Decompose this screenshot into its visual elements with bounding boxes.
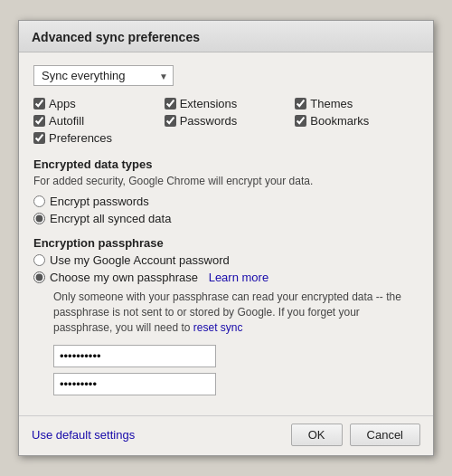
radio-encrypt-passwords[interactable]: Encrypt passwords — [33, 195, 419, 208]
radio-own-passphrase[interactable] — [33, 271, 45, 283]
password-inputs-container — [53, 345, 419, 395]
checkbox-autofill[interactable]: Autofill — [33, 114, 157, 128]
sync-select-wrapper[interactable]: Sync everything Choose what to sync ▼ — [33, 65, 174, 86]
passphrase-input[interactable] — [53, 345, 216, 367]
sync-items-grid: Apps Extensions Themes Autofill Password… — [33, 97, 419, 145]
cancel-button[interactable]: Cancel — [350, 424, 420, 446]
passphrase-section-title: Encryption passphrase — [33, 236, 419, 250]
encrypted-data-section: Encrypted data types For added security,… — [33, 157, 419, 225]
checkbox-passwords[interactable]: Passwords — [165, 114, 288, 128]
use-default-settings-link[interactable]: Use default settings — [32, 428, 135, 442]
passphrase-section: Encryption passphrase Use my Google Acco… — [33, 236, 419, 395]
dialog-footer: Use default settings OK Cancel — [19, 415, 433, 455]
learn-more-link[interactable]: Learn more — [209, 271, 268, 284]
reset-sync-link[interactable]: reset sync — [193, 321, 243, 334]
dialog-body: Sync everything Choose what to sync ▼ Ap… — [19, 52, 433, 414]
dialog-title: Advanced sync preferences — [19, 21, 433, 52]
passphrase-note: Only someone with your passphrase can re… — [53, 290, 419, 335]
footer-left: Use default settings — [32, 428, 135, 442]
footer-right: OK Cancel — [291, 424, 420, 446]
checkbox-apps[interactable]: Apps — [33, 97, 157, 110]
passphrase-confirm-input[interactable] — [53, 373, 216, 395]
radio-google-password[interactable]: Use my Google Account password — [33, 253, 419, 267]
sync-select[interactable]: Sync everything Choose what to sync — [33, 65, 174, 86]
radio-own-passphrase-row: Choose my own passphrase Learn more — [33, 271, 419, 284]
checkbox-bookmarks[interactable]: Bookmarks — [295, 114, 419, 128]
advanced-sync-dialog: Advanced sync preferences Sync everythin… — [18, 20, 434, 455]
sync-dropdown-row: Sync everything Choose what to sync ▼ — [33, 65, 419, 86]
radio-encrypt-all[interactable]: Encrypt all synced data — [33, 212, 419, 225]
checkbox-extensions[interactable]: Extensions — [165, 97, 288, 110]
ok-button[interactable]: OK — [291, 424, 343, 446]
checkbox-preferences[interactable]: Preferences — [33, 131, 157, 145]
encrypted-section-desc: For added security, Google Chrome will e… — [33, 175, 419, 187]
checkbox-themes[interactable]: Themes — [295, 97, 419, 110]
encrypted-section-title: Encrypted data types — [33, 157, 419, 171]
